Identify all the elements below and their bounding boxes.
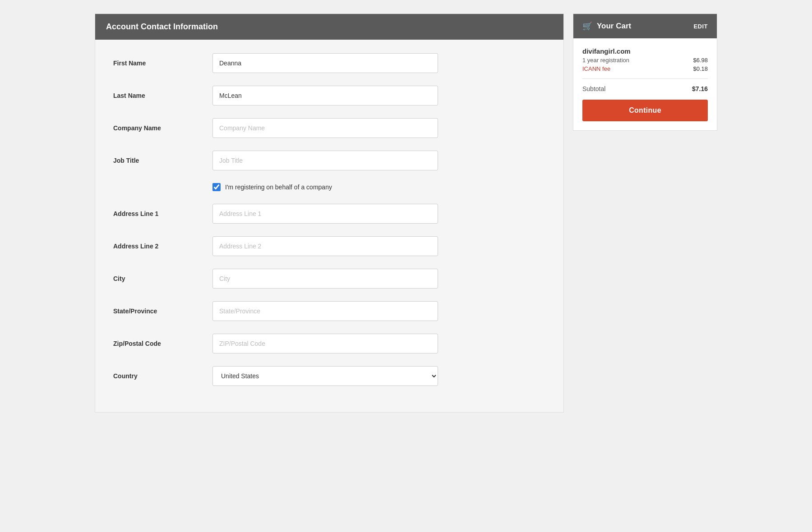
cart-subtotal-price: $7.16: [692, 85, 708, 92]
cart-panel: 🛒 Your Cart EDIT divifangirl.com 1 year …: [573, 14, 717, 131]
first-name-label: First Name: [113, 60, 212, 67]
state-input[interactable]: [212, 301, 438, 321]
address2-input[interactable]: [212, 236, 438, 256]
company-name-row: Company Name: [113, 118, 545, 138]
cart-registration-price: $6.98: [693, 57, 708, 64]
zip-label: Zip/Postal Code: [113, 340, 212, 347]
cart-subtotal-label: Subtotal: [582, 85, 605, 92]
job-title-row: Job Title: [113, 151, 545, 170]
job-title-label: Job Title: [113, 157, 212, 164]
cart-continue-button[interactable]: Continue: [582, 100, 708, 121]
country-label: Country: [113, 372, 212, 380]
cart-divider: [582, 78, 708, 79]
state-label: State/Province: [113, 307, 212, 315]
cart-title: Your Cart: [597, 22, 631, 31]
last-name-row: Last Name: [113, 86, 545, 105]
cart-registration-label: 1 year registration: [582, 57, 629, 64]
cart-subtotal-row: Subtotal $7.16: [582, 85, 708, 92]
cart-icann-price: $0.18: [693, 65, 708, 72]
zip-row: Zip/Postal Code: [113, 334, 545, 353]
address2-label: Address Line 2: [113, 243, 212, 250]
main-form-panel: Account Contact Information First Name L…: [95, 14, 564, 413]
company-name-input[interactable]: [212, 118, 438, 138]
job-title-input[interactable]: [212, 151, 438, 170]
form-body: First Name Last Name Company Name Job Ti…: [95, 40, 563, 412]
company-checkbox-label[interactable]: I'm registering on behalf of a company: [225, 183, 332, 191]
city-input[interactable]: [212, 269, 438, 289]
cart-icon: 🛒: [582, 21, 592, 31]
company-checkbox[interactable]: [212, 183, 221, 191]
form-panel-title: Account Contact Information: [106, 22, 218, 31]
company-name-label: Company Name: [113, 124, 212, 132]
last-name-label: Last Name: [113, 92, 212, 99]
company-checkbox-row: I'm registering on behalf of a company: [113, 183, 545, 191]
last-name-input[interactable]: [212, 86, 438, 105]
city-row: City: [113, 269, 545, 289]
address2-row: Address Line 2: [113, 236, 545, 256]
city-label: City: [113, 275, 212, 282]
cart-registration-row: 1 year registration $6.98: [582, 57, 708, 64]
cart-icann-label: ICANN fee: [582, 65, 610, 72]
cart-edit-button[interactable]: EDIT: [693, 23, 708, 30]
cart-header: 🛒 Your Cart EDIT: [573, 14, 717, 38]
zip-input[interactable]: [212, 334, 438, 353]
cart-header-left: 🛒 Your Cart: [582, 21, 631, 31]
country-row: Country United States Canada United King…: [113, 366, 545, 386]
address1-input[interactable]: [212, 204, 438, 224]
country-select[interactable]: United States Canada United Kingdom Aust…: [212, 366, 438, 386]
state-row: State/Province: [113, 301, 545, 321]
cart-body: divifangirl.com 1 year registration $6.9…: [573, 38, 717, 130]
first-name-input[interactable]: [212, 53, 438, 73]
first-name-row: First Name: [113, 53, 545, 73]
address1-row: Address Line 1: [113, 204, 545, 224]
cart-icann-row: ICANN fee $0.18: [582, 65, 708, 72]
form-panel-header: Account Contact Information: [95, 14, 563, 40]
cart-domain: divifangirl.com: [582, 47, 708, 55]
address1-label: Address Line 1: [113, 210, 212, 217]
